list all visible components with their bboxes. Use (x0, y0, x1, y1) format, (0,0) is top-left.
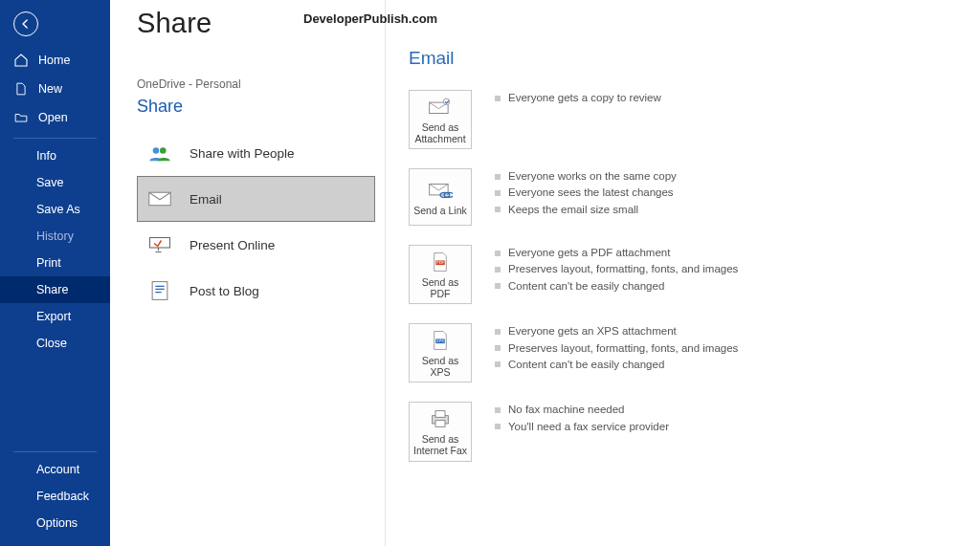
nav-home-label: Home (38, 54, 70, 67)
send-as-attachment-button[interactable]: Send as Attachment (409, 90, 472, 149)
bullet-icon (495, 207, 501, 212)
nav-account[interactable]: Account (0, 456, 110, 483)
nav-print[interactable]: Print (0, 250, 110, 276)
bullet-icon (495, 361, 501, 367)
envelope-icon (147, 188, 172, 209)
svg-text:PDF: PDF (436, 260, 444, 265)
bullet-list: Everyone works on the same copy Everyone… (495, 168, 677, 218)
tile-label: Send as Attachment (412, 121, 469, 144)
blog-post-icon (147, 280, 172, 301)
bullet-list: Everyone gets an XPS attachment Preserve… (495, 323, 738, 373)
nav-info[interactable]: Info (0, 142, 110, 169)
bullet-icon (495, 283, 501, 289)
backstage-sidebar: Home New Open Info Save Save As History … (0, 0, 110, 546)
nav-options[interactable]: Options (0, 510, 110, 536)
nav-saveas[interactable]: Save As (0, 196, 110, 223)
xps-document-icon: XPS (428, 330, 453, 351)
bullet-icon (495, 251, 501, 256)
details-heading: Email (409, 48, 961, 69)
home-icon (13, 53, 29, 68)
nav-close[interactable]: Close (0, 330, 110, 357)
nav-new[interactable]: New (0, 75, 110, 103)
bullet-icon (495, 329, 501, 335)
folder-open-icon (13, 110, 29, 125)
divider (13, 138, 97, 139)
svg-point-0 (153, 147, 160, 154)
bullet-icon (495, 407, 501, 413)
tile-label: Send a Link (413, 205, 466, 216)
send-as-xps-button[interactable]: XPS Send as XPS (409, 323, 472, 382)
send-as-internet-fax-button[interactable]: Send as Internet Fax (409, 402, 472, 461)
svg-point-1 (160, 147, 167, 154)
bullet-list: No fax machine needed You'll need a fax … (495, 402, 669, 435)
nav-export[interactable]: Export (0, 303, 110, 330)
bullet-list: Everyone gets a PDF attachment Preserves… (495, 245, 738, 295)
back-button[interactable] (13, 11, 38, 36)
breadcrumb: OneDrive - Personal (137, 77, 375, 91)
svg-rect-16 (435, 421, 445, 427)
share-blog-label: Post to Blog (189, 284, 259, 298)
share-with-people-label: Share with People (189, 146, 295, 161)
divider (13, 451, 97, 452)
svg-rect-15 (435, 411, 445, 418)
send-as-pdf-button[interactable]: PDF Send as PDF (409, 245, 472, 304)
bullet-icon (495, 190, 501, 196)
tile-label: Send as XPS (412, 355, 469, 378)
nav-save[interactable]: Save (0, 169, 110, 196)
bullet-icon (495, 96, 501, 101)
nav-history[interactable]: History (0, 223, 110, 250)
share-present-label: Present Online (189, 238, 275, 252)
tile-label: Send as PDF (412, 276, 469, 299)
share-details-panel: DeveloperPublish.com Email Send as Attac… (386, 0, 980, 546)
nav-share[interactable]: Share (0, 276, 110, 303)
nav-feedback[interactable]: Feedback (0, 483, 110, 510)
tile-label: Send as Internet Fax (412, 433, 469, 456)
section-heading: Share (137, 97, 375, 117)
share-email[interactable]: Email (137, 176, 375, 222)
document-new-icon (13, 81, 29, 97)
nav-open-label: Open (38, 111, 68, 124)
nav-new-label: New (38, 82, 62, 96)
people-icon (147, 142, 172, 164)
share-post-blog[interactable]: Post to Blog (137, 268, 375, 314)
bullet-icon (495, 174, 501, 180)
bullet-icon (495, 345, 501, 351)
svg-rect-4 (152, 282, 167, 300)
send-a-link-button[interactable]: Send a Link (409, 168, 472, 226)
share-with-people[interactable]: Share with People (137, 130, 375, 176)
nav-home[interactable]: Home (0, 46, 110, 75)
fax-printer-icon (428, 408, 453, 429)
arrow-left-icon (19, 17, 33, 31)
link-envelope-icon (428, 180, 453, 201)
share-present-online[interactable]: Present Online (137, 222, 375, 268)
bullet-icon (495, 424, 501, 429)
share-email-label: Email (189, 192, 222, 207)
attachment-envelope-icon (428, 97, 453, 118)
presentation-icon (147, 234, 172, 255)
share-category-panel: Share OneDrive - Personal Share Share wi… (110, 0, 386, 546)
bullet-icon (495, 267, 501, 273)
nav-open[interactable]: Open (0, 103, 110, 132)
watermark-text: DeveloperPublish.com (303, 11, 437, 26)
svg-text:XPS: XPS (436, 339, 444, 344)
pdf-document-icon: PDF (428, 251, 453, 273)
bullet-list: Everyone gets a copy to review (495, 90, 661, 106)
